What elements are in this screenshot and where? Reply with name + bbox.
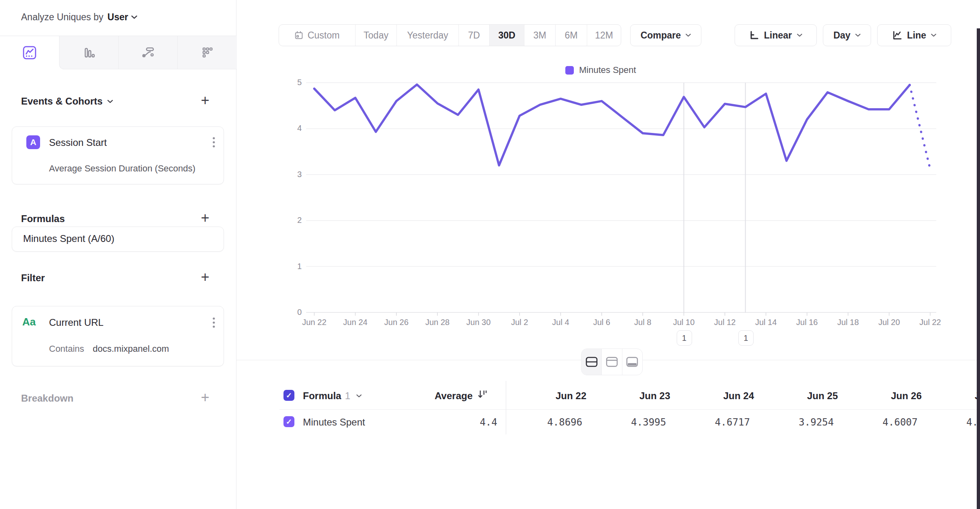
x-axis-label: Jun 28 (419, 318, 456, 327)
insights-tab-icon (22, 45, 37, 60)
compare-button[interactable]: Compare (630, 24, 701, 46)
add-event-button[interactable]: + (201, 93, 209, 108)
linear-scale-icon (749, 30, 759, 40)
value-cell: 4.6007 (849, 417, 918, 428)
x-axis-label: Jul 18 (830, 318, 866, 327)
table-column-separator (506, 381, 506, 434)
add-formula-button[interactable]: + (201, 211, 209, 225)
date-range-label: Today (364, 30, 388, 41)
flow-tab-icon (141, 45, 156, 60)
x-axis-label: Jul 8 (624, 318, 661, 327)
event-letter-badge: A (26, 135, 40, 149)
formula-name[interactable]: Minutes Spent (A/60) (23, 233, 114, 244)
date-column-header[interactable]: Jun 23 (601, 390, 670, 402)
chevron-down-icon (855, 34, 861, 37)
series-line[interactable] (314, 85, 910, 166)
scale-selector-button[interactable]: Linear (735, 24, 817, 46)
query-builder-sidebar: Analyze Uniques by User (0, 0, 236, 509)
date-range-custom[interactable]: Custom (279, 25, 355, 46)
x-axis-label: Jul 10 (666, 318, 702, 327)
chart-type-button[interactable]: Line (877, 24, 951, 46)
date-range-yesterday[interactable]: Yesterday (396, 25, 458, 46)
value-cell: 3.9254 (765, 417, 834, 428)
formulas-section-title: Formulas (21, 213, 65, 225)
layout-table-view-button[interactable] (622, 349, 642, 375)
date-range-label: 6M (565, 30, 578, 41)
x-axis-label: Jul 16 (789, 318, 825, 327)
annotation-badge[interactable]: 1 (677, 330, 692, 346)
average-column-header[interactable]: Average (404, 390, 473, 402)
split-view-icon (586, 357, 598, 367)
window-scrollbar[interactable] (977, 28, 980, 509)
chevron-down-icon (131, 15, 137, 19)
select-all-checkbox[interactable]: ✓ (283, 390, 294, 401)
chevron-down-icon[interactable] (107, 100, 113, 103)
event-card[interactable]: A Session Start Average Session Duration… (12, 126, 224, 184)
granularity-button[interactable]: Day (823, 24, 871, 46)
formula-group-number: 1 (345, 390, 350, 402)
x-axis-label: Jul 22 (912, 318, 948, 327)
tab-insights-selected[interactable] (0, 36, 59, 69)
y-axis-label: 4 (283, 124, 302, 133)
filter-property-name[interactable]: Current URL (49, 317, 104, 328)
tab-flows[interactable] (118, 36, 178, 69)
date-column-header[interactable]: Jun 26 (853, 390, 922, 402)
tab-funnels[interactable] (59, 36, 119, 69)
event-measurement[interactable]: Average Session Duration (Seconds) (49, 163, 196, 174)
filter-section-title: Filter (21, 272, 45, 284)
event-name[interactable]: Session Start (49, 137, 107, 148)
date-range-today[interactable]: Today (355, 25, 396, 46)
date-column-header[interactable]: Jun 24 (685, 390, 754, 402)
bar-tab-icon (82, 45, 96, 60)
kebab-menu-icon[interactable] (212, 137, 215, 149)
series-name-cell[interactable]: Minutes Spent (303, 417, 365, 428)
filter-value[interactable]: docs.mixpanel.com (93, 344, 169, 354)
date-range-label: 12M (595, 30, 613, 41)
table-view-icon (626, 357, 638, 367)
granularity-label: Day (833, 30, 850, 41)
value-cell: 4.6717 (681, 417, 750, 428)
filter-card[interactable]: Aa Current URL Contains docs.mixpanel.co… (12, 306, 224, 366)
x-axis-label: Jul 14 (748, 318, 784, 327)
x-axis-label: Jun 24 (337, 318, 373, 327)
date-range-30d[interactable]: 30D (489, 25, 524, 46)
kebab-menu-icon[interactable] (212, 317, 215, 329)
date-column-header[interactable]: Jun 25 (769, 390, 838, 402)
x-axis-label: Jun 30 (460, 318, 497, 327)
table-header-divider (279, 409, 980, 410)
analyze-by-dropdown[interactable]: User (107, 12, 137, 23)
series-line-incomplete (910, 85, 930, 169)
y-axis-label: 0 (283, 308, 302, 317)
chart-view-icon (606, 357, 618, 367)
add-breakdown-button[interactable]: + (201, 390, 209, 405)
layout-toggle (581, 349, 643, 375)
annotation-badge[interactable]: 1 (738, 330, 754, 346)
scale-label: Linear (764, 30, 792, 41)
line-chart[interactable] (236, 53, 980, 353)
date-range-label: Custom (307, 30, 339, 41)
formula-card[interactable]: Minutes Spent (A/60) (12, 227, 224, 252)
tab-retention[interactable] (177, 36, 237, 69)
date-range-label: 3M (533, 30, 546, 41)
filter-operator[interactable]: Contains (49, 344, 84, 354)
chevron-down-icon (686, 34, 691, 37)
x-axis-label: Jun 26 (378, 318, 415, 327)
y-axis-label: 1 (283, 262, 302, 271)
date-range-7d[interactable]: 7D (458, 25, 489, 46)
date-range-3m[interactable]: 3M (524, 25, 555, 46)
formula-group-header[interactable]: Formula 1 (303, 390, 362, 402)
sort-descending-icon[interactable] (478, 389, 488, 400)
layout-split-view-button[interactable] (582, 349, 601, 375)
add-filter-button[interactable]: + (201, 270, 209, 284)
date-range-12m[interactable]: 12M (587, 25, 621, 46)
date-column-header[interactable]: Jun 22 (518, 390, 586, 402)
date-range-label: 7D (468, 30, 480, 41)
series-checkbox[interactable]: ✓ (283, 416, 294, 427)
y-axis-label: 5 (283, 78, 302, 87)
date-column-header[interactable]: Jun 27 (937, 390, 980, 402)
date-range-6m[interactable]: 6M (555, 25, 587, 46)
events-section-title: Events & Cohorts (21, 96, 102, 107)
layout-chart-view-button[interactable] (601, 349, 622, 375)
x-axis-label: Jul 6 (584, 318, 620, 327)
metrics-tab-icon (200, 45, 215, 60)
